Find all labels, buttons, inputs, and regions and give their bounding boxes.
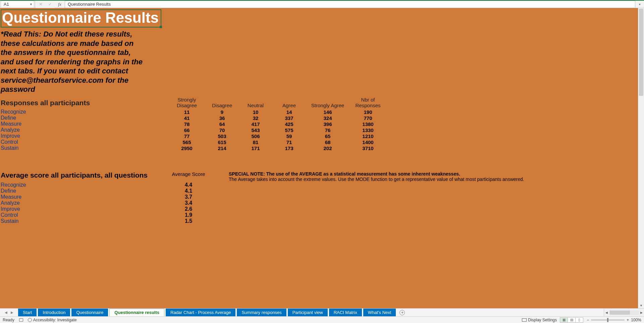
warning-text: *Read This: Do Not edit these results, t… [1,29,145,94]
sheet-tab[interactable]: Questionnaire results [109,309,164,316]
status-right: Display Settings ▦ ▤ ▯ − + 100% [522,317,641,323]
row-category: Analyze [1,127,168,133]
cell-value: 59 [272,133,306,139]
horizontal-scrollbar[interactable]: ◀ ▶ [604,309,644,316]
cell-value: 10 [239,109,272,115]
row-category: Define [1,115,168,121]
display-settings-button[interactable]: Display Settings [522,318,557,322]
zoom-level[interactable]: 100% [631,318,641,322]
row-category: Measure [1,121,168,127]
table-row: Measure3.7 [1,194,638,200]
chevron-down-icon[interactable]: ▼ [30,3,33,6]
cancel-formula-button[interactable]: ✕ [36,1,45,8]
sheet-tab[interactable]: RACI Matrix [329,309,362,316]
view-page-break-button[interactable]: ▯ [575,317,583,323]
cell-value: 3.4 [168,200,209,206]
table-row: Sustain29502141711732023710 [1,145,638,151]
formula-bar: A1 ▼ ✕ ✓ fx Questionnaire Results ▾ [0,0,644,8]
cell-value: 1210 [350,133,386,139]
cell-value: 78 [168,121,205,127]
sheet-tab[interactable]: Participant view [288,309,328,316]
cell-value: 543 [239,127,272,133]
separator [35,1,35,8]
hscroll-thumb[interactable] [610,311,630,315]
accessibility-status[interactable]: Accessibility: Investigate [28,318,77,322]
row-category: Sustain [1,145,168,151]
formula-expand-icon[interactable]: ▾ [637,3,643,6]
cell-value: 506 [239,133,272,139]
cell-value: 32 [239,115,272,121]
view-normal-button[interactable]: ▦ [560,317,568,323]
cell-value: 71 [272,139,306,145]
formula-input[interactable]: Questionnaire Results [65,1,635,8]
cell-value: 1.5 [168,218,209,224]
zoom-in-button[interactable]: + [627,318,629,322]
scroll-down-icon[interactable]: ▼ [638,303,644,308]
responses-table-header: Responses all participants StronglyDisag… [1,97,638,109]
zoom-slider-knob[interactable] [607,318,608,322]
cell-value: 2950 [168,145,205,151]
cell-value: 1.9 [168,212,209,218]
tab-scroll-left-icon[interactable]: ◀ [5,311,7,314]
cell-value: 1400 [350,139,386,145]
cell-value: 503 [205,133,239,139]
status-bar: Ready Accessibility: Investigate Display… [0,316,644,323]
view-switcher: ▦ ▤ ▯ [560,317,583,323]
display-icon [522,318,527,322]
cell-value: 3710 [350,145,386,151]
worksheet[interactable]: Questionnaire Results *Read This: Do Not… [0,8,638,308]
sheet-tab[interactable]: What's Next [363,309,396,316]
macro-record-icon[interactable] [19,318,23,322]
table-row: Sustain1.5 [1,218,638,224]
vertical-scrollbar[interactable]: ▲ ▼ [638,8,644,308]
table-row: Improve7750350659651210 [1,133,638,139]
add-sheet-button[interactable]: + [397,309,407,316]
worksheet-area: Questionnaire Results *Read This: Do Not… [0,8,644,308]
special-note-bold: SPECIAL NOTE: The use of the AVERAGE as … [229,171,531,177]
table-row: Define4.1 [1,188,638,194]
sheet-tab[interactable]: Introduction [38,309,70,316]
cell-value: 4.1 [168,188,209,194]
accessibility-text: Accessibility: Investigate [33,318,77,322]
row-category: Define [1,188,168,194]
table-row: Improve2.6 [1,206,638,212]
sheet-tab[interactable]: Summary responses [237,309,286,316]
table-row: Analyze6670543575761330 [1,127,638,133]
cell-value: 77 [168,133,205,139]
tab-scroll-right-icon[interactable]: ▶ [11,311,13,314]
zoom-slider[interactable] [591,319,625,321]
sheet-tab[interactable]: Questionnaire [71,309,108,316]
cell-value: 36 [205,115,239,121]
row-category: Recognize [1,109,168,115]
formula-content: Questionnaire Results [68,2,111,7]
zoom-out-button[interactable]: − [587,318,589,322]
section1-heading: Responses all participants [1,99,168,107]
fx-icon[interactable]: fx [55,2,65,7]
cell-value: 14 [272,109,306,115]
cell-value: 615 [205,139,239,145]
cell-value: 64 [205,121,239,127]
row-category: Measure [1,194,168,200]
row-category: Analyze [1,200,168,206]
cell-value: 70 [205,127,239,133]
cell-value: 3.7 [168,194,209,200]
average-table-header: Average score all participants, all ques… [1,171,638,182]
view-page-layout-button[interactable]: ▤ [568,317,576,323]
name-box[interactable]: A1 ▼ [1,1,34,8]
enter-formula-button[interactable]: ✓ [45,1,55,8]
cell-value: 68 [306,139,350,145]
sheet-tabs-bar: ◀ ▶ StartIntroductionQuestionnaireQuesti… [0,308,644,316]
section2-heading: Average score all participants, all ques… [1,171,168,179]
hscroll-track[interactable] [609,310,639,315]
cell-value: 396 [306,121,350,127]
hscroll-right-icon[interactable]: ▶ [639,311,644,314]
page-title[interactable]: Questionnaire Results [1,9,161,27]
hscroll-left-icon[interactable]: ◀ [604,311,609,314]
cell-value: 565 [168,139,205,145]
row-category: Control [1,139,168,145]
sheet-tab[interactable]: Start [18,309,37,316]
sheet-tab[interactable]: Radar Chart - Process Average [166,309,235,316]
row-category: Recognize [1,182,168,188]
scrollbar-thumb[interactable] [639,9,643,96]
table-row: Recognize4.4 [1,182,638,188]
